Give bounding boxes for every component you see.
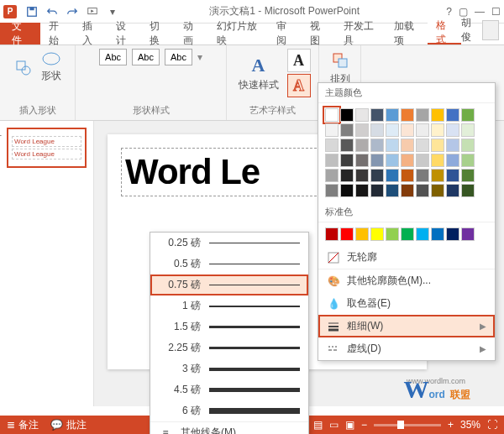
color-swatch[interactable] bbox=[386, 184, 399, 197]
redo-icon[interactable] bbox=[64, 3, 81, 20]
zoom-level[interactable]: 35% bbox=[460, 419, 480, 431]
no-outline-item[interactable]: 无轮廓 bbox=[318, 246, 495, 269]
color-swatch[interactable] bbox=[461, 139, 475, 152]
color-swatch[interactable] bbox=[355, 139, 369, 152]
slide-thumbnail[interactable]: Word League Word League bbox=[7, 128, 87, 168]
comments-button[interactable]: 💬批注 bbox=[50, 418, 87, 432]
color-swatch[interactable] bbox=[340, 169, 354, 182]
color-swatch[interactable] bbox=[401, 227, 414, 241]
color-swatch[interactable] bbox=[370, 123, 384, 137]
color-swatch[interactable] bbox=[431, 154, 444, 167]
color-swatch[interactable] bbox=[446, 169, 459, 182]
color-swatch[interactable] bbox=[325, 154, 339, 167]
tab-view[interactable]: 视图 bbox=[302, 23, 335, 44]
color-swatch[interactable] bbox=[431, 123, 444, 137]
weight-option[interactable]: 1.5 磅 bbox=[150, 316, 308, 337]
color-swatch[interactable] bbox=[370, 169, 384, 182]
color-swatch[interactable] bbox=[416, 108, 429, 122]
color-swatch[interactable] bbox=[386, 123, 399, 137]
color-swatch[interactable] bbox=[401, 123, 414, 137]
color-swatch[interactable] bbox=[461, 169, 475, 182]
weight-option[interactable]: 2.25 磅 bbox=[150, 337, 308, 358]
color-swatch[interactable] bbox=[461, 227, 475, 241]
color-swatch[interactable] bbox=[355, 169, 369, 182]
view-slideshow-icon[interactable]: ▣ bbox=[345, 419, 354, 431]
color-swatch[interactable] bbox=[416, 154, 429, 167]
zoom-slider[interactable] bbox=[374, 424, 441, 426]
zoom-out-icon[interactable]: − bbox=[361, 419, 367, 431]
color-swatch[interactable] bbox=[446, 139, 459, 152]
view-reading-icon[interactable]: ▭ bbox=[329, 419, 339, 431]
dashes-item[interactable]: 虚线(D) ▶ bbox=[318, 337, 495, 360]
more-lines-item[interactable]: ≡其他线条(M)... bbox=[150, 422, 308, 434]
color-swatch[interactable] bbox=[431, 139, 444, 152]
color-swatch[interactable] bbox=[325, 139, 339, 152]
color-swatch[interactable] bbox=[386, 169, 399, 182]
eyedropper-item[interactable]: 💧 取色器(E) bbox=[318, 292, 495, 315]
gallery-more-icon[interactable]: ▾ bbox=[197, 51, 202, 63]
color-swatch[interactable] bbox=[370, 139, 384, 152]
color-swatch[interactable] bbox=[386, 154, 399, 167]
color-swatch[interactable] bbox=[386, 227, 399, 241]
color-swatch[interactable] bbox=[416, 184, 429, 197]
color-swatch[interactable] bbox=[431, 227, 444, 241]
color-swatch[interactable] bbox=[416, 227, 429, 241]
color-swatch[interactable] bbox=[370, 227, 384, 241]
color-swatch[interactable] bbox=[446, 184, 459, 197]
tab-transitions[interactable]: 切换 bbox=[141, 23, 175, 44]
color-swatch[interactable] bbox=[401, 169, 414, 182]
text-fill-button[interactable]: A bbox=[287, 49, 311, 72]
color-swatch[interactable] bbox=[340, 108, 354, 122]
shapes-button[interactable]: 形状 bbox=[38, 49, 65, 85]
text-outline-button[interactable]: A bbox=[287, 74, 311, 97]
color-swatch[interactable] bbox=[386, 139, 399, 152]
color-swatch[interactable] bbox=[355, 123, 369, 137]
weight-option[interactable]: 0.25 磅 bbox=[150, 233, 308, 254]
color-swatch[interactable] bbox=[325, 227, 339, 241]
notes-button[interactable]: ≣备注 bbox=[7, 418, 39, 432]
color-swatch[interactable] bbox=[340, 139, 354, 152]
view-sorter-icon[interactable]: ▤ bbox=[313, 419, 323, 431]
zoom-in-icon[interactable]: + bbox=[448, 419, 454, 431]
color-swatch[interactable] bbox=[431, 184, 444, 197]
color-swatch[interactable] bbox=[446, 123, 459, 137]
color-swatch[interactable] bbox=[340, 184, 354, 197]
style-preset-3[interactable]: Abc bbox=[165, 49, 192, 65]
weight-option[interactable]: 4.5 磅 bbox=[150, 379, 308, 400]
style-preset-2[interactable]: Abc bbox=[132, 49, 160, 65]
edit-shape-button[interactable] bbox=[11, 57, 34, 77]
color-swatch[interactable] bbox=[416, 123, 429, 137]
weight-option[interactable]: 0.75 磅 bbox=[150, 275, 308, 295]
quick-styles-button[interactable]: A 快速样式 bbox=[235, 53, 282, 94]
qat-dropdown-icon[interactable]: ▾ bbox=[104, 3, 121, 20]
color-swatch[interactable] bbox=[416, 169, 429, 182]
color-swatch[interactable] bbox=[461, 108, 475, 122]
color-swatch[interactable] bbox=[461, 154, 475, 167]
color-swatch[interactable] bbox=[355, 184, 369, 197]
weight-option[interactable]: 6 磅 bbox=[150, 400, 308, 421]
tab-slideshow[interactable]: 幻灯片放映 bbox=[208, 23, 267, 44]
style-preset-1[interactable]: Abc bbox=[99, 49, 127, 65]
weight-option[interactable]: 0.5 磅 bbox=[150, 254, 308, 275]
color-swatch[interactable] bbox=[386, 108, 399, 122]
color-swatch[interactable] bbox=[340, 123, 354, 137]
color-swatch[interactable] bbox=[401, 184, 414, 197]
color-swatch[interactable] bbox=[446, 154, 459, 167]
file-tab[interactable]: 文件 bbox=[0, 23, 40, 44]
weight-item[interactable]: 粗细(W) ▶ bbox=[318, 315, 495, 337]
tab-developer[interactable]: 开发工具 bbox=[335, 23, 386, 44]
tab-review[interactable]: 审阅 bbox=[268, 23, 302, 44]
color-swatch[interactable] bbox=[431, 108, 444, 122]
color-swatch[interactable] bbox=[461, 123, 475, 137]
tab-design[interactable]: 设计 bbox=[108, 23, 141, 44]
weight-option[interactable]: 1 磅 bbox=[150, 295, 308, 316]
color-swatch[interactable] bbox=[401, 154, 414, 167]
slideshow-icon[interactable] bbox=[84, 3, 101, 20]
color-swatch[interactable] bbox=[431, 169, 444, 182]
color-swatch[interactable] bbox=[370, 108, 384, 122]
color-swatch[interactable] bbox=[340, 227, 354, 241]
color-swatch[interactable] bbox=[401, 108, 414, 122]
user-area[interactable]: 胡俊 bbox=[461, 16, 504, 44]
help-icon[interactable]: ? bbox=[446, 6, 452, 18]
color-swatch[interactable] bbox=[446, 227, 459, 241]
